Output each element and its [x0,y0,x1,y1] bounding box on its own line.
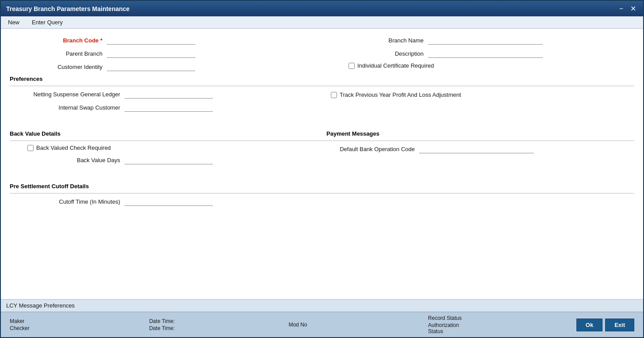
auth-status-label: Authorization [428,322,463,328]
track-previous-group: Track Previous Year Profit And Loss Adju… [331,91,461,98]
netting-suspense-input[interactable] [125,90,213,99]
track-previous-label: Track Previous Year Profit And Loss Adju… [340,91,461,98]
title-controls: − ✕ [617,4,638,13]
back-value-divider [10,141,634,141]
individual-cert-row: Individual Certificate Required [331,62,634,69]
cutoff-time-group: Cutoff Time (In Minutes) [10,197,634,206]
pre-settlement-section: Pre Settlement Cutoff Details Cutoff Tim… [10,183,634,206]
preferences-title: Preferences [10,76,634,84]
exit-button[interactable]: Exit [605,319,634,331]
lcy-message-tab[interactable]: LCY Message Preferences [6,302,75,309]
internal-swap-input[interactable] [125,103,213,112]
back-value-left: Back Valued Check Required Back Value Da… [10,144,322,169]
mod-no-section: Mod No [288,322,428,328]
default-bank-op-input[interactable] [419,144,534,153]
datetime1-label: Date Time: [149,318,176,324]
back-valued-check-label: Back Valued Check Required [36,144,111,151]
minimize-button[interactable]: − [617,4,625,13]
individual-cert-checkbox[interactable] [349,63,355,69]
customer-identity-input[interactable] [107,62,195,71]
datetime2-row: Date Time: [149,325,289,331]
description-group: Description [331,49,634,58]
branch-name-input[interactable] [428,36,543,45]
record-status-section: Record Status Authorization Status [428,315,568,334]
spacer3 [10,211,634,220]
ok-button[interactable]: Ok [576,319,602,331]
back-value-title: Back Value Details [10,130,318,139]
mod-no-row: Mod No [288,322,428,328]
back-value-days-input[interactable] [125,156,213,164]
netting-suspense-row: Netting Suspense General Ledger [10,90,313,99]
preferences-section: Preferences Netting Suspense General Led… [10,76,634,116]
payment-messages-title: Payment Messages [318,130,634,139]
preferences-fields: Netting Suspense General Ledger Internal… [10,90,634,116]
auth-label-group: Authorization Status [428,322,463,334]
spacer1 [10,122,634,130]
right-top-fields: Branch Name Description Individual Certi [322,36,634,76]
back-value-right: Default Bank Operation Code [322,144,634,169]
back-value-days-row: Back Value Days [10,156,313,164]
pre-settlement-title: Pre Settlement Cutoff Details [10,183,634,191]
cutoff-time-input[interactable] [125,197,213,206]
back-valued-check-checkbox[interactable] [27,145,34,151]
description-input[interactable] [428,49,543,58]
datetime-section: Date Time: Date Time: [149,318,289,331]
menu-item-new[interactable]: New [6,18,21,27]
close-button[interactable]: ✕ [629,4,638,13]
menu-item-enter-query[interactable]: Enter Query [30,18,64,27]
description-row: Description [331,49,634,58]
parent-branch-input[interactable] [107,49,195,58]
window-title: Treasury Branch Parameters Maintenance [6,5,129,12]
left-top-fields: Branch Code * Parent Branch Customer Ide… [10,36,322,76]
pre-settlement-title-row: Pre Settlement Cutoff Details [10,183,634,191]
maker-row: Maker [10,318,149,324]
back-value-days-group: Back Value Days [10,156,313,164]
individual-cert-group: Individual Certificate Required [331,62,634,69]
default-bank-op-row: Default Bank Operation Code [331,144,634,153]
preferences-right: Track Previous Year Profit And Loss Adju… [322,90,634,116]
back-valued-check-group: Back Valued Check Required [27,144,111,151]
title-bar: Treasury Branch Parameters Maintenance −… [1,1,643,16]
maker-label: Maker [10,318,36,324]
internal-swap-label: Internal Swap Customer [10,104,125,111]
individual-cert-label: Individual Certificate Required [357,62,434,69]
action-buttons: Ok Exit [576,319,634,331]
main-content: Branch Code * Parent Branch Customer Ide… [1,29,643,299]
checker-row: Checker [10,325,149,331]
mod-no-label: Mod No [288,322,315,328]
track-previous-checkbox[interactable] [331,92,337,98]
branch-code-group: Branch Code * [10,36,313,45]
track-previous-row: Track Previous Year Profit And Loss Adju… [331,90,634,98]
netting-suspense-label: Netting Suspense General Ledger [10,91,125,98]
record-status-row: Record Status [428,315,568,321]
branch-name-group: Branch Name [331,36,634,45]
parent-branch-group: Parent Branch [10,49,313,58]
back-value-section: Back Value Details Payment Messages Back… [10,130,634,169]
checker-label: Checker [10,325,36,331]
datetime2-label: Date Time: [149,325,176,331]
maker-checker-section: Maker Checker [10,318,149,331]
spacer2 [10,174,634,183]
menu-bar: New Enter Query [1,16,643,29]
spacer4 [10,220,634,229]
branch-code-input[interactable] [107,36,195,45]
preferences-title-row: Preferences [10,76,634,84]
internal-swap-row: Internal Swap Customer [10,103,313,112]
pre-settlement-divider [10,193,634,194]
description-label: Description [331,50,428,57]
main-window: Treasury Branch Parameters Maintenance −… [0,0,644,338]
auth-status-label2: Status [428,328,463,334]
preferences-divider [10,86,634,86]
default-bank-op-label: Default Bank Operation Code [331,146,419,152]
internal-swap-group: Internal Swap Customer [10,103,313,112]
back-value-title-row: Back Value Details Payment Messages [10,130,634,139]
branch-code-row: Branch Code * [10,36,313,45]
tab-bar: LCY Message Preferences [1,299,643,312]
cutoff-time-row: Cutoff Time (In Minutes) [10,197,634,206]
customer-identity-label: Customer Identity [10,64,107,70]
parent-branch-label: Parent Branch [10,50,107,57]
cutoff-time-label: Cutoff Time (In Minutes) [10,198,125,205]
auth-status-row: Authorization Status [428,322,568,334]
customer-identity-row: Customer Identity [10,62,313,71]
individual-cert-checkbox-group: Individual Certificate Required [349,62,434,69]
